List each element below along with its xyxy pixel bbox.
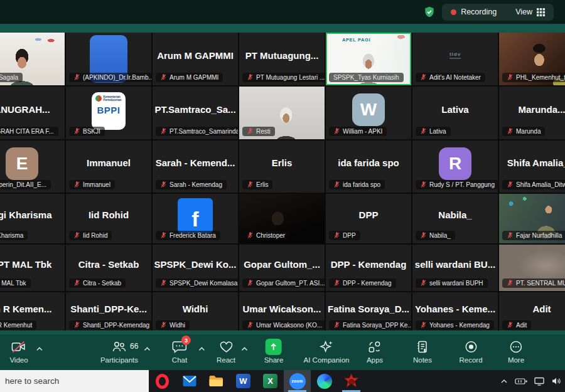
muted-mic-icon [73, 232, 80, 239]
ai-companion-button[interactable]: AI Companion [304, 339, 350, 364]
taskbar-app-opera[interactable] [149, 370, 176, 392]
name-tag-label: Christoper [256, 232, 285, 239]
ministry-logo-header: Kementerian Perindustrian [95, 95, 122, 102]
participant-name-display: Adit [532, 304, 551, 314]
participants-count: 66 [130, 342, 138, 351]
apps-label: Apps [367, 356, 383, 364]
participant-tile[interactable]: SPSPK_Dewi Ko... SPSPK_Dewi Komalasari [153, 245, 238, 291]
taskbar-search[interactable]: here to search [0, 370, 149, 392]
participant-tile[interactable]: (APKINDO)_Dr.Ir.Bamb... [66, 33, 151, 85]
red-app-icon [344, 374, 359, 389]
participant-tile[interactable]: Citra - Setkab Citra - Setkab [66, 245, 151, 291]
ai-companion-label: AI Companion [304, 356, 350, 364]
chevron-up-icon[interactable] [198, 342, 205, 354]
participant-tile[interactable]: Sarah - Kemend... Sarah - Kemendag [153, 140, 238, 193]
participant-tile[interactable]: PT.Samtraco_Sa... PT.Samtraco_Samarinda [153, 87, 238, 139]
participant-tile[interactable]: Christoper [239, 194, 325, 243]
recording-indicator[interactable]: Recording [451, 8, 497, 16]
participant-tile[interactable]: m R Kemen...am R Kemenhut [0, 292, 65, 333]
taskbar-app-meeting[interactable] [338, 370, 365, 392]
battery-plug-icon[interactable] [515, 378, 527, 385]
video-label: Video [9, 356, 28, 364]
participant-tile[interactable]: ida farida spo ida farida spo [326, 140, 411, 193]
participant-tile[interactable]: Shifa Amalia_... Shifa Amalia_Ditw... [499, 140, 565, 193]
view-button[interactable]: View [515, 8, 545, 16]
participant-tile[interactable]: Gopar Gultom_... Gopar Gultom_PT. ASI... [239, 245, 325, 291]
name-tag: Adit's AI Notetaker [416, 73, 485, 82]
participant-tile[interactable]: Adit Adit [499, 292, 565, 333]
participant-tile[interactable]: Marunda... Marunda [499, 87, 565, 139]
apps-button[interactable]: Apps [367, 339, 383, 364]
notes-icon [416, 340, 429, 354]
chat-button[interactable]: 3 Chat [172, 339, 187, 364]
participant-tile[interactable]: Shanti_DPP-Ke... Shanti_DPP-Kemendag [66, 292, 151, 333]
chevron-up-icon[interactable] [144, 342, 151, 354]
participant-tile[interactable]: W William - APKI [326, 87, 411, 139]
taskbar-app-edge[interactable] [311, 370, 338, 392]
participant-tile[interactable]: Immanuel Immanuel [66, 140, 151, 193]
name-tag-label: Fatina Soraya_DPP Ke... [343, 322, 411, 329]
name-tag: ggi Kharisma [0, 231, 28, 240]
participant-tile[interactable]: PT Mutuagung... PT Mutuagung Lestari ... [239, 33, 325, 85]
muted-mic-icon [160, 181, 167, 188]
participant-tile[interactable]: Fatina Soraya_D... Fatina Soraya_DPP Ke.… [326, 292, 411, 333]
participant-tile[interactable]: R Rudy S / PT. Panggung [412, 140, 498, 193]
taskbar-app-explorer[interactable] [203, 370, 230, 392]
participant-tile[interactable]: selli wardani BU... selli wardani BUPH [412, 245, 498, 291]
share-button[interactable]: Share [264, 339, 284, 364]
security-shield-icon[interactable] [423, 6, 436, 18]
muted-mic-icon [247, 74, 254, 81]
speaker-icon[interactable] [551, 377, 561, 385]
participant-tile[interactable]: Nabila_ Nabila_ [412, 194, 498, 243]
participant-tile[interactable]: Umar Wicakson... Umar Wicaksono (KO... [239, 292, 325, 333]
participants-button[interactable]: 66 Participants [100, 339, 138, 364]
muted-mic-icon [333, 280, 340, 287]
taskbar-app-word[interactable]: W [230, 370, 257, 392]
participant-tile[interactable]: Lativa Lativa [412, 87, 498, 139]
participant-tile[interactable]: Arum M GAPMMI Arum M GAPMMI [153, 33, 238, 85]
participant-tile[interactable]: Emenperin_Dit.AII_E... [0, 140, 65, 193]
name-tag-label: PHL_Kemenhut_t... [516, 74, 565, 81]
taskbar-app-excel[interactable]: X [257, 370, 284, 392]
video-button[interactable]: Video [9, 339, 28, 364]
participant-tile[interactable]: Kementerian PerindustrianBPPI BSKJI [66, 87, 151, 139]
participant-tile[interactable]: Widhi Widhi [153, 292, 238, 333]
participant-tile[interactable]: tldv Adit's AI Notetaker [412, 33, 498, 85]
participant-tile[interactable]: Iid Rohid Iid Rohid [66, 194, 151, 243]
muted-mic-icon [420, 232, 427, 239]
participant-tile[interactable]: _PT MAL Tbki_PT MAL Tbk [0, 245, 65, 291]
participant-tile[interactable]: DPP - Kemendag DPP - Kemendag [326, 245, 411, 291]
participant-tile[interactable]: ggi Kharismaggi Kharisma [0, 194, 65, 243]
notetaker-logo: tldv [449, 51, 461, 59]
participant-tile[interactable]: APEL PAGISPSPK_Tyas Kurniasih [326, 33, 411, 85]
name-tag: Nabila_ [416, 231, 455, 240]
more-button[interactable]: More [508, 339, 524, 364]
chevron-up-icon[interactable] [240, 342, 247, 354]
taskbar-app-mail[interactable] [176, 370, 203, 392]
tray-chevron-up-icon[interactable] [500, 379, 508, 384]
participant-tile[interactable]: PT. SENTRAL MU... [499, 245, 565, 291]
participant-tile[interactable]: Resti [239, 87, 325, 139]
name-tag: SPSPK_Tyas Kurniasih [329, 73, 404, 82]
display-network-icon[interactable] [534, 377, 544, 386]
participant-tile[interactable]: nny Sagala [0, 33, 65, 85]
notes-button[interactable]: Notes [413, 339, 432, 364]
name-tag-label: Adit's AI Notetaker [429, 74, 481, 81]
muted-mic-icon [73, 280, 80, 287]
participant-tile[interactable]: Erlis Erlis [239, 140, 325, 193]
name-tag: Resti [242, 127, 275, 136]
participant-tile[interactable]: f Frederick Batara [153, 194, 238, 243]
participant-tile[interactable]: PHL_Kemenhut_t... [499, 33, 565, 85]
taskbar-app-zoom[interactable]: zoom [284, 370, 311, 392]
name-tag-label: Iid Rohid [83, 232, 107, 239]
participant-tile[interactable]: Fajar Nurfadhilla [499, 194, 565, 243]
notes-label: Notes [413, 356, 432, 364]
name-tag-label: NUGRAH CITA ERA F... [0, 128, 54, 135]
react-button[interactable]: React [217, 339, 235, 364]
participant-tile[interactable]: DPP DPP [326, 194, 411, 243]
name-tag: Frederick Batara [156, 231, 220, 240]
record-button[interactable]: Record [459, 339, 482, 364]
chevron-up-icon[interactable] [36, 342, 43, 354]
participant-tile[interactable]: ANUGRAH...NUGRAH CITA ERA F... [0, 87, 65, 139]
participant-tile[interactable]: Yohanes - Keme... Yohanes - Kemendag [412, 292, 498, 333]
